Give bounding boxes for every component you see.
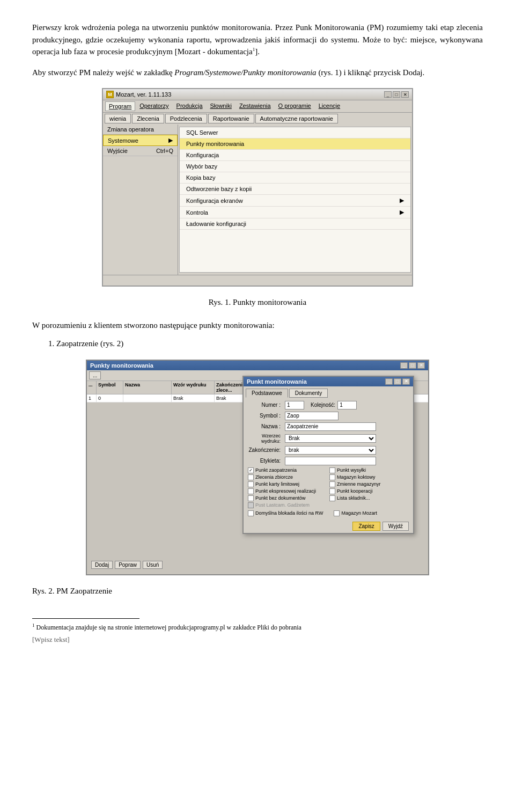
submenu-konfiguracja[interactable]: Konfiguracja xyxy=(180,150,410,161)
checkbox-blokada[interactable]: Domyślna blokada ilości na RW xyxy=(248,510,323,516)
tab-raportowanie[interactable]: Raportowanie xyxy=(208,114,254,123)
checkbox-label-11: Pust Lastcam. Gadżetem xyxy=(255,502,310,508)
submenu-wybor-bazy[interactable]: Wybór bazy xyxy=(180,161,410,172)
close-btn[interactable]: ✕ xyxy=(401,91,409,98)
checkbox-bez-dokumentow[interactable]: Punkt bez dokumentów xyxy=(248,495,327,501)
row-wzor: Brak xyxy=(172,394,215,402)
checkbox-icon-2 xyxy=(329,467,335,473)
checkbox-icon-13 xyxy=(334,510,340,516)
submenu-punkty-monitorowania[interactable]: Punkty monitorowania xyxy=(180,138,410,150)
input-symbol[interactable] xyxy=(285,412,339,420)
mozart-menubar: Program Operatorzy Produkcja Słowniki Ze… xyxy=(103,100,412,113)
menu-item-systemowe[interactable]: Systemowe ▶ xyxy=(103,135,178,146)
kontrola-arrow: ▶ xyxy=(400,209,404,216)
checkbox-punkt-karty[interactable]: Punkt karty limitowej xyxy=(248,481,327,487)
field-row-numer: Numer : Kolejność: xyxy=(248,401,409,409)
field-row-zakonczenie: Zakończenie: brak xyxy=(248,446,409,455)
tab-podzlecenia[interactable]: Podzlecenia xyxy=(165,114,207,123)
checkbox-icon-8 xyxy=(329,488,335,494)
tab-wienia[interactable]: wienia xyxy=(105,114,131,123)
screenshot-1-container: M Mozart, ver. 1.11.133 _ □ ✕ Program Op… xyxy=(32,88,483,287)
checkbox-label-12: Domyślna blokada ilości na RW xyxy=(255,510,323,516)
menu-item-wyjscie[interactable]: Wyjście Ctrl+Q xyxy=(103,146,178,156)
btn-popraw[interactable]: Popraw xyxy=(115,561,141,569)
pm-dialog-footer: Zapisz Wyjdź xyxy=(244,520,413,533)
paragraph-2-start: Aby stworzyć PM należy wejść w zakładkę xyxy=(32,68,174,77)
submenu-ladowanie-konfiguracji[interactable]: Ładowanie konfiguracji xyxy=(180,218,410,230)
menu-zestawienia[interactable]: Zestawienia xyxy=(236,101,274,111)
checkbox-magazyn-koktowy[interactable]: Magazyn koktowy xyxy=(329,474,409,480)
pm-maximize-btn[interactable]: □ xyxy=(409,362,416,369)
menu-program[interactable]: Program xyxy=(105,101,135,111)
submenu-sql-serwer[interactable]: SQL Serwer xyxy=(180,127,410,138)
input-numer[interactable] xyxy=(285,401,304,409)
col-wzor: Wzór wydruku xyxy=(172,381,215,394)
pm-dialog-close[interactable]: ✕ xyxy=(402,378,410,385)
checkbox-zmienne-magazyny[interactable]: Zmienne magazynyr xyxy=(329,481,409,487)
tab-podstawowe[interactable]: Podstawowe xyxy=(246,389,288,398)
menu-produkcja[interactable]: Produkcja xyxy=(173,101,206,111)
submenu-odtworzenie[interactable]: Odtworzenie bazy z kopii xyxy=(180,184,410,195)
checkbox-icon-10 xyxy=(329,495,335,501)
checkbox-icon-1: ✓ xyxy=(248,467,254,473)
submenu-konfiguracja-ekranow[interactable]: Konfiguracja ekranów ▶ xyxy=(180,195,410,207)
checkbox-lista-skladnik[interactable]: Lista składnik... xyxy=(329,495,409,501)
input-etykieta[interactable] xyxy=(285,457,376,465)
footnote-number: 1 xyxy=(32,623,35,628)
pm-dialog-body: Numer : Kolejność: Symbol : Nazwa : xyxy=(244,398,413,520)
checkbox-punkt-wysylki[interactable]: Punkt wysyłki xyxy=(329,467,409,473)
minimize-btn[interactable]: _ xyxy=(384,91,392,98)
pm-dialog-minimize[interactable]: _ xyxy=(385,378,393,385)
screenshot-2-container: Punkty monitorowania _ □ ✕ ... ... Symbo… xyxy=(32,360,483,575)
btn-wyjdz[interactable]: Wyjdź xyxy=(382,522,409,531)
caption-2: Rys. 2. PM Zaopatrzenie xyxy=(32,585,483,597)
checkbox-label-9: Punkt bez dokumentów xyxy=(255,495,306,501)
pm-toolbar-btn-1[interactable]: ... xyxy=(89,371,101,379)
btn-zapisz[interactable]: Zapisz xyxy=(352,522,380,531)
tab-auto-raportowanie[interactable]: Automatyczne raportowanie xyxy=(255,114,338,123)
program-path: Program/Systemowe/Punkty monitorowania xyxy=(174,68,316,77)
select-wzorzec[interactable]: Brak xyxy=(285,434,376,443)
main-dropdown-area: Zmiana operatora Systemowe ▶ Wyjście Ctr… xyxy=(103,125,412,275)
pm-close-btn[interactable]: ✕ xyxy=(417,362,425,369)
pm-window-title: Punkty monitorowania xyxy=(90,362,153,369)
checkbox-zlecenia-zbiorcze[interactable]: Zlecenia zbiorcze xyxy=(248,474,327,480)
submenu-kopia-bazy[interactable]: Kopia bazy xyxy=(180,172,410,184)
menu-oprogramie[interactable]: O programie xyxy=(275,101,314,111)
checkbox-kooperacji[interactable]: Punkt kooperacji xyxy=(329,488,409,494)
pm-dialog-title: Punkt monitorowania xyxy=(247,378,307,385)
checkbox-label-2: Punkt wysyłki xyxy=(337,467,366,473)
checkbox-ekspresowej[interactable]: Punkt ekspresowej realizacji xyxy=(248,488,327,494)
tab-zlecenia[interactable]: Zlecenia xyxy=(132,114,164,123)
mozart-title: Mozart, ver. 1.11.133 xyxy=(116,91,382,98)
wpisz-tekst[interactable]: [Wpisz tekst] xyxy=(32,634,483,645)
menu-operatorzy[interactable]: Operatorzy xyxy=(136,101,172,111)
input-kolejnosc[interactable] xyxy=(337,401,357,409)
caption-1: Rys. 1. Punkty monitorowania xyxy=(32,296,483,309)
pm-dialog-titlebar: Punkt monitorowania _ □ ✕ xyxy=(244,377,413,386)
checkbox-lastcam: Pust Lastcam. Gadżetem xyxy=(248,502,409,508)
checkbox-icon-6 xyxy=(329,481,335,487)
checkbox-label-1: Punkt zaopatrzenia xyxy=(255,467,297,473)
checkbox-label-5: Punkt karty limitowej xyxy=(255,481,299,487)
menu-slowniki[interactable]: Słowniki xyxy=(207,101,235,111)
wyjscie-shortcut: Ctrl+Q xyxy=(156,148,173,154)
checkbox-punkt-zaopatrzenia[interactable]: ✓ Punkt zaopatrzenia xyxy=(248,467,327,473)
select-zakonczenie[interactable]: brak xyxy=(285,446,376,455)
btn-usun[interactable]: Usuń xyxy=(143,561,163,569)
input-nazwa[interactable] xyxy=(285,422,376,431)
menu-licencje[interactable]: Licencje xyxy=(315,101,343,111)
maximize-btn[interactable]: □ xyxy=(393,91,400,98)
menu-item-zmiana-operatora[interactable]: Zmiana operatora xyxy=(103,125,178,135)
tab-dokumenty[interactable]: Dokumenty xyxy=(289,389,328,398)
submenu-kontrola[interactable]: Kontrola ▶ xyxy=(180,207,410,218)
field-row-wzorzec: Wzerzec wydruku: Brak xyxy=(248,433,409,444)
footnote-text-content: Dokumentacja znajduje się na stronie int… xyxy=(36,624,301,631)
checkbox-magazyn-mozart[interactable]: Magazyn Mozart xyxy=(334,510,377,516)
row-symbol: 0 xyxy=(97,394,123,402)
btn-dodaj[interactable]: Dodaj xyxy=(91,561,113,569)
pm-minimize-btn[interactable]: _ xyxy=(400,362,408,369)
footnote-separator xyxy=(32,618,139,619)
checkbox-label-6: Zmienne magazynyr xyxy=(337,481,381,487)
pm-dialog-maximize[interactable]: □ xyxy=(394,378,401,385)
